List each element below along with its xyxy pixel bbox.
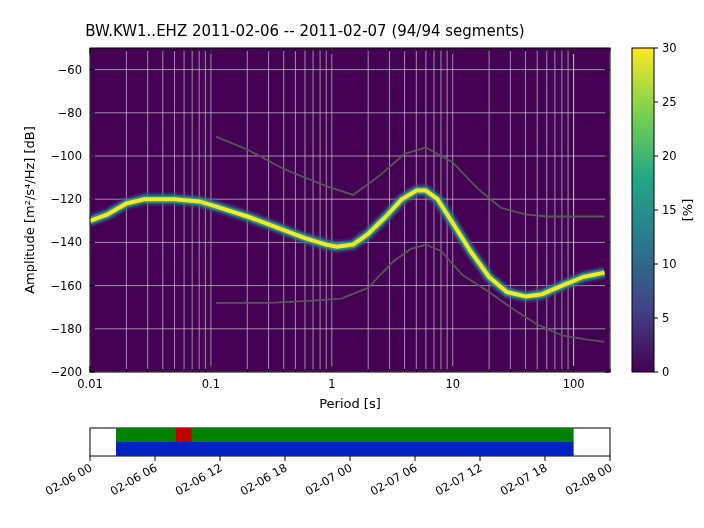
svg-text:02-06 18: 02-06 18	[238, 460, 290, 498]
svg-text:02-07 06: 02-07 06	[368, 460, 420, 498]
y-axis-label: Amplitude [m²/s⁴/Hz] [dB]	[22, 126, 37, 294]
svg-text:02-08 00: 02-08 00	[563, 460, 615, 498]
timeline-bars	[116, 428, 574, 456]
svg-text:−140: −140	[50, 235, 82, 249]
colorbar-ticks: 051015202530	[654, 41, 677, 379]
svg-text:02-06 12: 02-06 12	[173, 460, 225, 498]
main-axes: −60−80−100−120−140−160−180−200 0.010.111…	[22, 48, 610, 411]
svg-text:20: 20	[662, 149, 677, 163]
svg-text:02-06 06: 02-06 06	[108, 460, 160, 498]
x-axis-label: Period [s]	[319, 396, 381, 411]
svg-text:30: 30	[662, 41, 677, 55]
svg-text:5: 5	[662, 311, 669, 325]
colorbar-gradient	[632, 48, 654, 372]
svg-text:10: 10	[445, 377, 460, 391]
svg-text:02-07 00: 02-07 00	[303, 460, 355, 498]
svg-text:0: 0	[662, 365, 669, 379]
heatmap-bg	[90, 48, 610, 372]
svg-text:02-06 00: 02-06 00	[43, 460, 95, 498]
svg-text:−160: −160	[50, 279, 82, 293]
svg-text:02-07 12: 02-07 12	[433, 460, 485, 498]
colorbar: 051015202530 [%]	[632, 41, 695, 379]
colorbar-label: [%]	[680, 199, 695, 222]
svg-text:−60: −60	[58, 63, 82, 77]
svg-text:−120: −120	[50, 192, 82, 206]
timeline-ticks: 02-06 0002-06 0602-06 1202-06 1802-07 00…	[43, 456, 615, 498]
svg-text:−100: −100	[50, 149, 82, 163]
timeline-axes: 02-06 0002-06 0602-06 1202-06 1802-07 00…	[43, 428, 615, 498]
svg-text:−80: −80	[58, 106, 82, 120]
svg-text:25: 25	[662, 95, 677, 109]
svg-text:0.01: 0.01	[77, 377, 103, 391]
svg-text:−180: −180	[50, 322, 82, 336]
svg-text:0.1: 0.1	[202, 377, 220, 391]
chart-title: BW.KW1..EHZ 2011-02-06 -- 2011-02-07 (94…	[0, 22, 610, 40]
svg-text:100: 100	[563, 377, 585, 391]
svg-text:10: 10	[662, 257, 677, 271]
svg-rect-170	[116, 442, 574, 456]
ppsd-figure: −60−80−100−120−140−160−180−200 0.010.111…	[0, 0, 704, 528]
svg-text:02-07 18: 02-07 18	[498, 460, 550, 498]
svg-rect-169	[176, 428, 192, 442]
svg-text:15: 15	[662, 203, 677, 217]
svg-text:1: 1	[328, 377, 335, 391]
